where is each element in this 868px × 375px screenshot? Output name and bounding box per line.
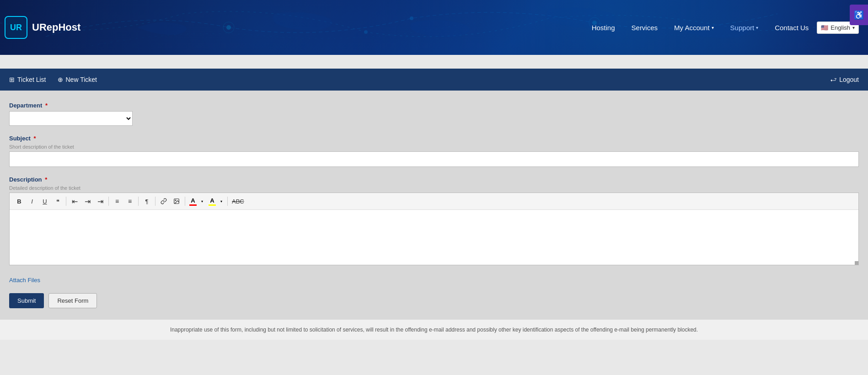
toolbar-align-center-button[interactable]: ⇥ (81, 195, 93, 207)
accessibility-button[interactable]: ♿ (850, 5, 868, 25)
reset-button[interactable]: Reset Form (48, 293, 97, 308)
toolbar-font-color-dropdown[interactable]: ▾ (198, 195, 206, 207)
editor-scrollbar[interactable] (855, 261, 858, 265)
main-nav: Hosting Services My Account ▾ Support ▾ … (584, 20, 859, 35)
submit-button[interactable]: Submit (9, 293, 44, 308)
nav-support[interactable]: Support ▾ (722, 20, 767, 35)
footer-warning-text: Inappropriate use of this form, includin… (170, 327, 698, 333)
department-label: Department * (9, 102, 859, 109)
svg-point-0 (226, 25, 231, 30)
toolbar-divider-6 (227, 197, 228, 206)
subject-required-marker: * (34, 135, 36, 142)
language-label: English (830, 24, 850, 31)
department-required-marker: * (45, 102, 48, 109)
toolbar-font-color-button[interactable]: A (188, 196, 198, 207)
logo-icon: UR (5, 16, 27, 39)
toolbar-align-right-button[interactable]: ⇥ (94, 195, 106, 207)
description-group: Description * Detailed description of th… (9, 176, 859, 265)
logout-label: Logout (839, 76, 859, 83)
logout-icon: ⮐ (830, 76, 836, 83)
accessibility-icon: ♿ (854, 10, 864, 20)
site-header: UR URepHost Hosting Services My Account … (0, 0, 868, 55)
toolbar-ol-button[interactable]: ≡ (124, 195, 136, 207)
ticket-list-link[interactable]: ⊞ Ticket List (9, 76, 46, 83)
footer-warning: Inappropriate use of this form, includin… (0, 320, 868, 340)
font-color-group: A ▾ (188, 195, 206, 207)
toolbar-link-button[interactable] (158, 195, 170, 207)
form-container: Department * Subject * Short description… (0, 91, 868, 320)
toolbar-divider-4 (155, 197, 155, 206)
svg-point-2 (410, 16, 413, 20)
description-editor: B I U ❝ ⇤ ⇥ ⇥ ≡ ≡ (9, 193, 859, 265)
logo-text: URepHost (32, 21, 80, 33)
form-buttons: Submit Reset Form (9, 293, 859, 308)
toolbar-bold-button[interactable]: B (13, 195, 25, 207)
toolbar-ul-button[interactable]: ≡ (111, 195, 123, 207)
attach-files-group: Attach Files (9, 274, 859, 284)
site-logo[interactable]: UR URepHost (5, 16, 80, 39)
description-required-marker: * (45, 176, 47, 183)
flag-icon: 🇺🇸 (821, 24, 828, 31)
language-dropdown-icon: ▾ (852, 25, 855, 30)
toolbar-divider-1 (66, 197, 66, 206)
editor-toolbar: B I U ❝ ⇤ ⇥ ⇥ ≡ ≡ (10, 193, 858, 210)
new-ticket-link[interactable]: ⊕ New Ticket (58, 76, 97, 83)
font-color-letter: A (191, 197, 195, 204)
ticket-list-icon: ⊞ (9, 76, 15, 83)
ticket-bar: ⊞ Ticket List ⊕ New Ticket ⮐ Logout (0, 69, 868, 91)
ticket-bar-left: ⊞ Ticket List ⊕ New Ticket (9, 76, 97, 83)
toolbar-paragraph-button[interactable]: ¶ (141, 195, 153, 207)
description-label: Description * (9, 176, 859, 183)
department-select[interactable] (9, 111, 133, 126)
link-icon (161, 198, 167, 204)
attach-files-link[interactable]: Attach Files (9, 277, 40, 284)
nav-services[interactable]: Services (623, 20, 666, 35)
svg-point-7 (175, 200, 176, 201)
nav-my-account[interactable]: My Account ▾ (666, 20, 722, 35)
toolbar-italic-button[interactable]: I (26, 195, 38, 207)
toolbar-blockquote-button[interactable]: ❝ (52, 195, 64, 207)
toolbar-image-button[interactable] (171, 195, 182, 207)
bg-color-letter: A (210, 197, 214, 204)
font-color-bar (189, 204, 197, 206)
my-account-chevron-icon: ▾ (712, 25, 714, 30)
subject-group: Subject * Short description of the ticke… (9, 135, 859, 167)
bg-color-bar (209, 204, 216, 206)
subject-label: Subject * (9, 135, 859, 142)
support-chevron-icon: ▾ (756, 25, 758, 30)
toolbar-underline-button[interactable]: U (39, 195, 51, 207)
toolbar-divider-3 (138, 197, 139, 206)
image-icon (173, 198, 180, 204)
logout-button[interactable]: ⮐ Logout (830, 76, 859, 83)
toolbar-bg-color-button[interactable]: A (207, 196, 218, 207)
toolbar-strikethrough-button[interactable]: ABC (230, 195, 246, 207)
bg-color-group: A ▾ (207, 195, 225, 207)
strikethrough-label: ABC (232, 198, 244, 205)
subject-hint: Short description of the ticket (9, 144, 859, 150)
subject-input[interactable] (9, 151, 859, 167)
department-group: Department * (9, 102, 859, 126)
svg-point-5 (364, 30, 368, 34)
new-ticket-icon: ⊕ (58, 76, 63, 83)
toolbar-divider-5 (185, 197, 185, 206)
nav-hosting[interactable]: Hosting (584, 20, 623, 35)
description-content-area[interactable] (10, 210, 858, 265)
ticket-list-label: Ticket List (17, 76, 46, 83)
toolbar-bg-color-dropdown[interactable]: ▾ (218, 195, 225, 207)
toolbar-divider-2 (108, 197, 109, 206)
toolbar-align-left-button[interactable]: ⇤ (69, 195, 80, 207)
nav-contact-us[interactable]: Contact Us (766, 20, 817, 35)
new-ticket-label: New Ticket (66, 76, 97, 83)
description-hint: Detailed description of the ticket (9, 185, 859, 191)
